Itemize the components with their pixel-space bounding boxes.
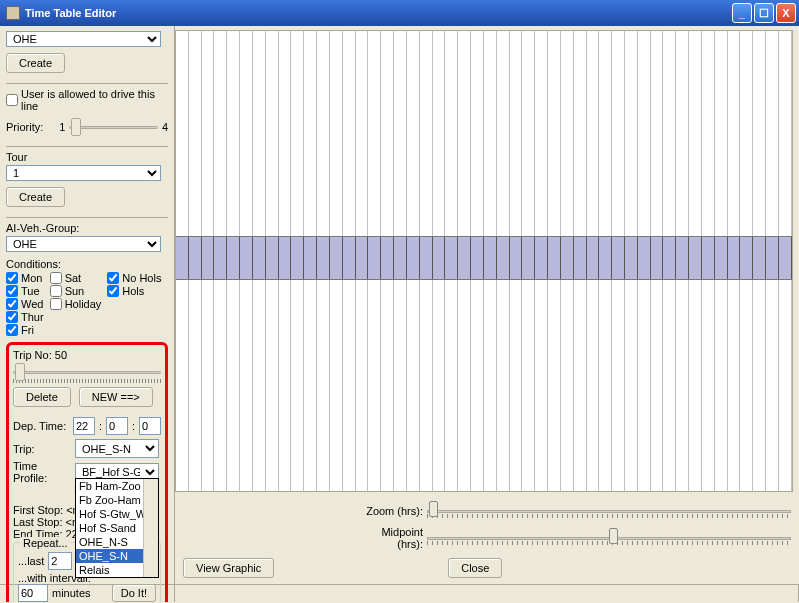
- hols-checkbox[interactable]: Hols: [107, 285, 161, 297]
- dep-time-label: Dep. Time:: [13, 420, 69, 432]
- sidebar: OHE Create User is allowed to drive this…: [0, 26, 175, 584]
- timeline-graphic[interactable]: [175, 30, 793, 492]
- minimize-button[interactable]: _: [732, 3, 752, 23]
- time-profile-label: Time Profile:: [13, 460, 71, 484]
- close-window-button[interactable]: X: [776, 3, 796, 23]
- trip-label: Trip:: [13, 443, 71, 455]
- tour-label: Tour: [6, 151, 168, 163]
- do-it-button[interactable]: Do It!: [112, 584, 156, 602]
- aiveh-select[interactable]: OHE: [6, 236, 161, 252]
- allow-drive-checkbox[interactable]: User is allowed to drive this line: [6, 88, 168, 112]
- dropdown-scrollbar[interactable]: [143, 479, 158, 577]
- thur-checkbox[interactable]: Thur: [6, 311, 44, 323]
- dep-min-input[interactable]: [106, 417, 128, 435]
- midpoint-slider[interactable]: [427, 527, 791, 549]
- dep-hour-input[interactable]: [73, 417, 95, 435]
- aiveh-label: AI-Veh.-Group:: [6, 222, 168, 234]
- sun-checkbox[interactable]: Sun: [50, 285, 102, 297]
- trip-no-slider[interactable]: [13, 363, 161, 381]
- zoom-label: Zoom (hrs):: [353, 505, 423, 517]
- new-button[interactable]: NEW ==>: [79, 387, 153, 407]
- priority-label: Priority:: [6, 121, 43, 133]
- wed-checkbox[interactable]: Wed: [6, 298, 44, 310]
- repeat-last-input[interactable]: [48, 552, 72, 570]
- priority-slider[interactable]: [69, 118, 158, 136]
- tour-select[interactable]: 1: [6, 165, 161, 181]
- interval-input[interactable]: [18, 584, 48, 602]
- create-line-button[interactable]: Create: [6, 53, 65, 73]
- app-icon: [6, 6, 20, 20]
- nohols-checkbox[interactable]: No Hols: [107, 272, 161, 284]
- titlebar: Time Table Editor _ ☐ X: [0, 0, 799, 26]
- maximize-button[interactable]: ☐: [754, 3, 774, 23]
- holiday-checkbox[interactable]: Holiday: [50, 298, 102, 310]
- close-button[interactable]: Close: [448, 558, 502, 578]
- conditions-group: Mon Tue Wed Thur Fri Sat Sun Holiday No …: [6, 272, 168, 336]
- tue-checkbox[interactable]: Tue: [6, 285, 44, 297]
- view-graphic-button[interactable]: View Graphic: [183, 558, 274, 578]
- window-title: Time Table Editor: [25, 7, 732, 19]
- mon-checkbox[interactable]: Mon: [6, 272, 44, 284]
- delete-button[interactable]: Delete: [13, 387, 71, 407]
- trip-panel-highlight: Trip No: 50 Delete NEW ==> Dep. Time: : …: [6, 342, 168, 602]
- trip-no-label: Trip No: 50: [13, 349, 67, 361]
- create-tour-button[interactable]: Create: [6, 187, 65, 207]
- sat-checkbox[interactable]: Sat: [50, 272, 102, 284]
- time-profile-dropdown-list[interactable]: Fb Ham-Zoo Fb Zoo-Ham Hof S-Gtw_W Hof S-…: [75, 478, 159, 578]
- line-select[interactable]: OHE: [6, 31, 161, 47]
- midpoint-label: Midpoint (hrs):: [353, 526, 423, 550]
- main-area: Zoom (hrs): Midpoint (hrs): View Graphic…: [175, 26, 799, 584]
- zoom-slider[interactable]: [427, 500, 791, 522]
- dep-sec-input[interactable]: [139, 417, 161, 435]
- trip-select[interactable]: OHE_S-N: [75, 439, 159, 458]
- fri-checkbox[interactable]: Fri: [6, 324, 44, 336]
- conditions-label: Conditions:: [6, 258, 168, 270]
